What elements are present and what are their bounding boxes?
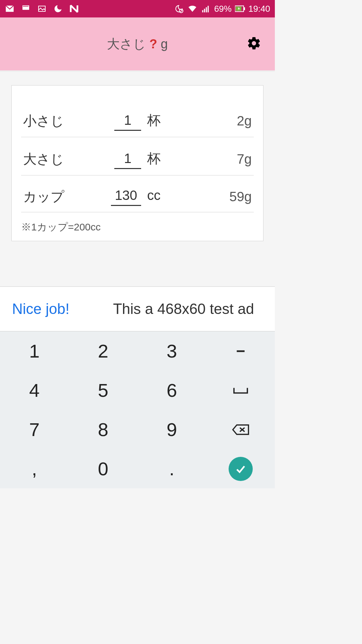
- svg-rect-11: [206, 7, 207, 12]
- teaspoon-input[interactable]: [114, 113, 141, 131]
- app-header: 大さじ ? g: [0, 17, 275, 70]
- checkmark-icon: [229, 457, 253, 481]
- tablespoon-result: 7g: [161, 152, 252, 167]
- page-title: 大さじ ? g: [107, 36, 168, 53]
- title-post: g: [157, 37, 168, 51]
- ad-headline: Nice job!: [12, 301, 69, 317]
- status-bar: 69% 19:40: [0, 0, 275, 17]
- clock-time: 19:40: [248, 4, 270, 14]
- ad-body: This a 468x60 test ad: [113, 301, 254, 317]
- row-cup: カップ cc 59g: [21, 175, 254, 212]
- unit-label: 杯: [147, 111, 161, 129]
- title-question-mark: ?: [149, 37, 157, 51]
- svg-rect-5: [26, 6, 27, 7]
- cup-note: ※1カップ=200cc: [21, 220, 254, 234]
- svg-rect-12: [207, 6, 208, 12]
- dnd-alarm-icon: [174, 4, 184, 14]
- svg-rect-4: [25, 6, 26, 7]
- input-wrap: 杯: [94, 111, 161, 131]
- row-label: 小さじ: [23, 112, 94, 130]
- key-9[interactable]: 9: [137, 410, 206, 449]
- svg-rect-3: [24, 6, 25, 7]
- cup-result: 59g: [161, 189, 252, 204]
- battery-charging-icon: [235, 4, 245, 14]
- status-right-icons: 69% 19:40: [174, 4, 270, 14]
- key-4[interactable]: 4: [0, 371, 69, 410]
- svg-rect-9: [202, 10, 203, 12]
- svg-rect-14: [244, 7, 245, 10]
- title-pre: 大さじ: [107, 37, 149, 51]
- numeric-keyboard: 1 2 3 4 5 6 7 8 9 , 0 .: [0, 331, 275, 488]
- svg-rect-2: [23, 6, 24, 7]
- row-label: 大さじ: [23, 150, 94, 168]
- key-period[interactable]: .: [137, 449, 206, 488]
- key-comma[interactable]: ,: [0, 449, 69, 488]
- teaspoon-result: 2g: [161, 113, 252, 128]
- svg-rect-10: [204, 9, 205, 12]
- wifi-icon: [187, 4, 197, 14]
- conversion-card: 小さじ 杯 2g 大さじ 杯 7g カップ cc 59g ※1カップ=200cc: [11, 85, 263, 241]
- image-icon: [37, 4, 47, 14]
- row-tablespoon: 大さじ 杯 7g: [21, 137, 254, 175]
- moon-icon: [53, 4, 63, 14]
- n-app-icon: [69, 4, 79, 14]
- battery-percent: 69%: [214, 4, 232, 14]
- signal-icon: [201, 4, 211, 14]
- key-enter[interactable]: [206, 449, 275, 488]
- key-7[interactable]: 7: [0, 410, 69, 449]
- key-1[interactable]: 1: [0, 331, 69, 371]
- row-teaspoon: 小さじ 杯 2g: [21, 99, 254, 137]
- key-3[interactable]: 3: [137, 331, 206, 371]
- input-wrap: 杯: [94, 149, 161, 169]
- key-minus[interactable]: [206, 331, 275, 371]
- key-2[interactable]: 2: [69, 331, 137, 371]
- unit-label: cc: [147, 188, 161, 203]
- key-0[interactable]: 0: [69, 449, 137, 488]
- cup-input[interactable]: [111, 188, 141, 206]
- settings-button[interactable]: [247, 36, 261, 52]
- input-wrap: cc: [94, 188, 161, 206]
- key-6[interactable]: 6: [137, 371, 206, 410]
- key-backspace[interactable]: [206, 410, 275, 449]
- gmail-icon: [5, 4, 15, 14]
- key-5[interactable]: 5: [69, 371, 137, 410]
- ad-banner[interactable]: Nice job! This a 468x60 test ad: [0, 286, 275, 331]
- row-label: カップ: [23, 187, 94, 206]
- key-space[interactable]: [206, 371, 275, 410]
- header-divider: [0, 70, 275, 72]
- tablespoon-input[interactable]: [114, 151, 141, 169]
- unit-label: 杯: [147, 149, 161, 168]
- keyboard-icon: [21, 4, 31, 14]
- svg-rect-6: [27, 6, 28, 7]
- status-left-icons: [5, 4, 79, 14]
- key-8[interactable]: 8: [69, 410, 137, 449]
